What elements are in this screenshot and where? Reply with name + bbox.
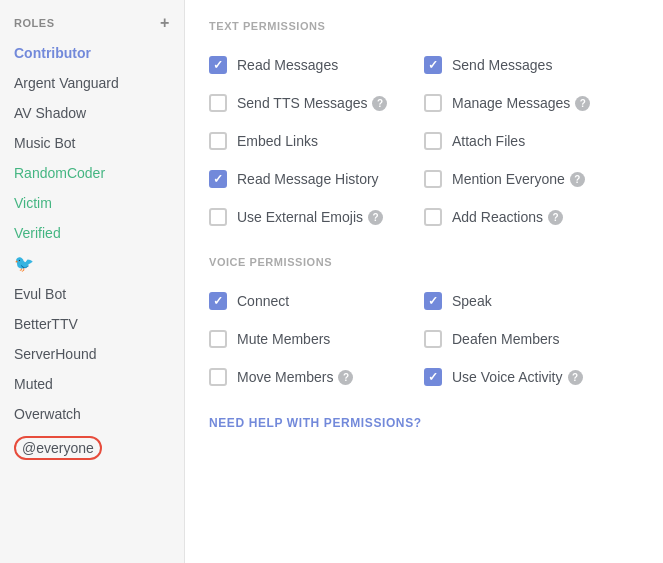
sidebar-item-contributor[interactable]: Contributor xyxy=(0,38,184,68)
help-icon[interactable]: ? xyxy=(548,210,563,225)
sidebar-item-evul-bot[interactable]: Evul Bot xyxy=(0,279,184,309)
sidebar-item-muted[interactable]: Muted xyxy=(0,369,184,399)
checkbox-send-messages[interactable] xyxy=(424,56,442,74)
sidebar-item-overwatch[interactable]: Overwatch xyxy=(0,399,184,429)
checkbox-embed-links[interactable] xyxy=(209,132,227,150)
permission-label: Mention Everyone? xyxy=(452,171,585,187)
checkbox-read-message-history[interactable] xyxy=(209,170,227,188)
permission-label: Manage Messages? xyxy=(452,95,590,111)
checkbox-move-members[interactable] xyxy=(209,368,227,386)
permission-label: Speak xyxy=(452,293,492,309)
permission-label: Embed Links xyxy=(237,133,318,149)
permission-row-deafen-members: Deafen Members xyxy=(424,320,639,358)
text-permissions-title: TEXT PERMISSIONS xyxy=(209,20,639,32)
sidebar-item-argent-vanguard[interactable]: Argent Vanguard xyxy=(0,68,184,98)
add-role-button[interactable]: + xyxy=(160,14,170,32)
voice-permissions-grid: ConnectSpeakMute MembersDeafen MembersMo… xyxy=(209,282,639,396)
sidebar-item-serverhound[interactable]: ServerHound xyxy=(0,339,184,369)
sidebar-item-victim[interactable]: Victim xyxy=(0,188,184,218)
checkbox-add-reactions[interactable] xyxy=(424,208,442,226)
permission-row-embed-links: Embed Links xyxy=(209,122,424,160)
main-content: TEXT PERMISSIONS Read MessagesSend Messa… xyxy=(185,0,663,563)
bird-icon: 🐦 xyxy=(14,254,34,273)
permission-label: Move Members? xyxy=(237,369,353,385)
permission-row-read-messages: Read Messages xyxy=(209,46,424,84)
permission-label: Deafen Members xyxy=(452,331,559,347)
permission-row-mention-everyone: Mention Everyone? xyxy=(424,160,639,198)
permission-label: Mute Members xyxy=(237,331,330,347)
help-icon[interactable]: ? xyxy=(568,370,583,385)
checkbox-attach-files[interactable] xyxy=(424,132,442,150)
voice-permissions-section: VOICE PERMISSIONS ConnectSpeakMute Membe… xyxy=(209,256,639,396)
sidebar-item-betterttv[interactable]: BetterTTV xyxy=(0,309,184,339)
sidebar-item-av-shadow[interactable]: AV Shadow xyxy=(0,98,184,128)
checkbox-send-tts-messages[interactable] xyxy=(209,94,227,112)
checkbox-read-messages[interactable] xyxy=(209,56,227,74)
sidebar-header: ROLES + xyxy=(0,8,184,38)
permission-label: Read Messages xyxy=(237,57,338,73)
everyone-label: @everyone xyxy=(14,436,102,460)
checkbox-manage-messages[interactable] xyxy=(424,94,442,112)
checkbox-connect[interactable] xyxy=(209,292,227,310)
permission-row-manage-messages: Manage Messages? xyxy=(424,84,639,122)
help-link[interactable]: NEED HELP WITH PERMISSIONS? xyxy=(209,416,639,430)
permission-row-send-messages: Send Messages xyxy=(424,46,639,84)
checkbox-use-voice-activity[interactable] xyxy=(424,368,442,386)
permission-row-move-members: Move Members? xyxy=(209,358,424,396)
voice-permissions-title: VOICE PERMISSIONS xyxy=(209,256,639,268)
permission-row-send-tts-messages: Send TTS Messages? xyxy=(209,84,424,122)
help-icon[interactable]: ? xyxy=(338,370,353,385)
permission-label: Send TTS Messages? xyxy=(237,95,387,111)
sidebar-item-everyone[interactable]: @everyone xyxy=(0,429,184,467)
checkbox-mute-members[interactable] xyxy=(209,330,227,348)
permission-row-speak: Speak xyxy=(424,282,639,320)
checkbox-deafen-members[interactable] xyxy=(424,330,442,348)
permission-row-read-message-history: Read Message History xyxy=(209,160,424,198)
sidebar-item-verified[interactable]: Verified xyxy=(0,218,184,248)
permission-label: Add Reactions? xyxy=(452,209,563,225)
permission-row-use-external-emojis: Use External Emojis? xyxy=(209,198,424,236)
permission-label: Connect xyxy=(237,293,289,309)
permission-label: Use Voice Activity? xyxy=(452,369,583,385)
help-icon[interactable]: ? xyxy=(570,172,585,187)
permission-row-connect: Connect xyxy=(209,282,424,320)
help-icon[interactable]: ? xyxy=(372,96,387,111)
permission-row-add-reactions: Add Reactions? xyxy=(424,198,639,236)
permission-row-attach-files: Attach Files xyxy=(424,122,639,160)
text-permissions-grid: Read MessagesSend MessagesSend TTS Messa… xyxy=(209,46,639,236)
checkbox-use-external-emojis[interactable] xyxy=(209,208,227,226)
help-icon[interactable]: ? xyxy=(368,210,383,225)
sidebar-item-randomcoder[interactable]: RandomCoder xyxy=(0,158,184,188)
checkbox-speak[interactable] xyxy=(424,292,442,310)
permission-label: Use External Emojis? xyxy=(237,209,383,225)
permission-label: Attach Files xyxy=(452,133,525,149)
sidebar-divider: 🐦 xyxy=(0,248,184,279)
sidebar-item-music-bot[interactable]: Music Bot xyxy=(0,128,184,158)
sidebar: ROLES + ContributorArgent VanguardAV Sha… xyxy=(0,0,185,563)
checkbox-mention-everyone[interactable] xyxy=(424,170,442,188)
permission-row-mute-members: Mute Members xyxy=(209,320,424,358)
permission-row-use-voice-activity: Use Voice Activity? xyxy=(424,358,639,396)
permission-label: Send Messages xyxy=(452,57,552,73)
sidebar-title: ROLES xyxy=(14,17,55,29)
permission-label: Read Message History xyxy=(237,171,379,187)
help-icon[interactable]: ? xyxy=(575,96,590,111)
